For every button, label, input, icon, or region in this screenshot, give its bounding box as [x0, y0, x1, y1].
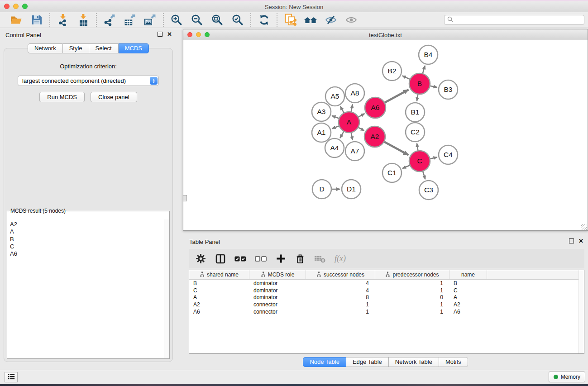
- result-item[interactable]: A: [10, 228, 169, 235]
- node-A7[interactable]: A7: [345, 142, 364, 161]
- node-B2[interactable]: B2: [382, 62, 402, 81]
- table-row[interactable]: A2connector11A2: [189, 301, 584, 308]
- search-input[interactable]: [455, 16, 581, 24]
- node-B3[interactable]: B3: [439, 80, 458, 99]
- first-neighbors-icon[interactable]: [304, 13, 317, 27]
- settings-gear-icon[interactable]: [195, 253, 206, 265]
- result-scrollbar[interactable]: [164, 219, 169, 358]
- table-cell[interactable]: 4: [306, 280, 375, 286]
- column-header-shared-name[interactable]: shared name: [189, 270, 249, 279]
- criterion-dropdown[interactable]: largest connected component (directed) ▲…: [18, 76, 159, 86]
- table-cell[interactable]: 1: [306, 309, 375, 315]
- mcds-result-list[interactable]: A2ABCA6: [8, 219, 169, 358]
- tab-node-table[interactable]: Node Table: [303, 357, 346, 367]
- export-image-icon[interactable]: [143, 13, 157, 27]
- network-graph[interactable]: AA1A2A3A4A5A6A7A8BB1B2B3B4CC1C2C3C4DD1: [183, 40, 588, 230]
- table-cell[interactable]: A: [189, 294, 249, 300]
- node-A1[interactable]: A1: [312, 123, 331, 142]
- network-window-titlebar[interactable]: testGlobe.txt: [183, 29, 588, 40]
- table-row[interactable]: Bdominator41B: [189, 280, 584, 287]
- import-network-icon[interactable]: [56, 13, 70, 27]
- select-all-icon[interactable]: [234, 253, 246, 265]
- tab-style[interactable]: Style: [63, 43, 89, 53]
- tab-network[interactable]: Network: [28, 43, 63, 53]
- zoom-selected-icon[interactable]: [231, 13, 244, 27]
- table-cell[interactable]: A6: [189, 309, 249, 315]
- tab-select[interactable]: Select: [89, 43, 119, 53]
- table-row[interactable]: Adominator80A: [189, 294, 584, 301]
- node-A5[interactable]: A5: [325, 87, 344, 106]
- node-A[interactable]: A: [339, 112, 359, 133]
- node-C2[interactable]: C2: [406, 123, 425, 142]
- zoom-fit-icon[interactable]: [210, 13, 224, 27]
- table-cell[interactable]: dominator: [249, 287, 306, 294]
- result-item[interactable]: C: [10, 243, 169, 250]
- search-box[interactable]: [444, 15, 584, 25]
- network-graph-canvas[interactable]: AA1A2A3A4A5A6A7A8BB1B2B3B4CC1C2C3C4DD1: [183, 40, 588, 230]
- table-cell[interactable]: C: [449, 287, 487, 294]
- run-mcds-button[interactable]: Run MCDS: [39, 92, 85, 102]
- column-header-successor-nodes[interactable]: successor nodes: [306, 270, 375, 279]
- table-scrollbar[interactable]: [578, 270, 584, 353]
- delete-row-icon[interactable]: [295, 253, 306, 265]
- close-panel-button[interactable]: Close panel: [91, 92, 137, 102]
- table-cell[interactable]: 1: [375, 287, 449, 294]
- result-item[interactable]: A6: [10, 250, 169, 257]
- main-titlebar[interactable]: Session: New Session: [0, 0, 588, 12]
- table-cell[interactable]: B: [189, 280, 249, 286]
- tab-edge-table[interactable]: Edge Table: [346, 357, 389, 367]
- task-history-button[interactable]: [5, 372, 18, 382]
- column-header-name[interactable]: name: [449, 270, 487, 279]
- table-cell[interactable]: 0: [375, 294, 449, 300]
- node-B4[interactable]: B4: [419, 45, 438, 64]
- table-cell[interactable]: B: [449, 280, 487, 286]
- table-cell[interactable]: 4: [306, 287, 375, 294]
- node-A6[interactable]: A6: [365, 97, 386, 118]
- node-D1[interactable]: D1: [342, 180, 361, 199]
- node-B1[interactable]: B1: [406, 103, 425, 122]
- export-network-icon[interactable]: [103, 13, 116, 27]
- result-item[interactable]: B: [10, 236, 169, 243]
- table-cell[interactable]: connector: [249, 301, 306, 308]
- export-table-icon[interactable]: [123, 13, 137, 27]
- column-header-mcds-role[interactable]: MCDS role: [249, 270, 306, 279]
- float-icon[interactable]: [158, 32, 163, 37]
- close-icon[interactable]: ✕: [578, 238, 583, 243]
- table-cell[interactable]: A2: [189, 301, 249, 308]
- close-icon[interactable]: ✕: [167, 32, 172, 37]
- table-cell[interactable]: A2: [449, 301, 487, 308]
- node-C[interactable]: C: [409, 151, 430, 172]
- tab-network-table[interactable]: Network Table: [389, 357, 439, 367]
- node-A8[interactable]: A8: [345, 84, 364, 103]
- table-cell[interactable]: A: [449, 294, 487, 300]
- tab-mcds[interactable]: MCDS: [119, 43, 149, 53]
- zoom-out-icon[interactable]: [190, 13, 204, 27]
- zoom-in-icon[interactable]: [170, 13, 183, 27]
- result-item[interactable]: A2: [10, 221, 169, 228]
- table-cell[interactable]: 1: [306, 301, 375, 308]
- table-cell[interactable]: 1: [375, 309, 449, 315]
- node-B[interactable]: B: [409, 73, 430, 94]
- show-all-icon[interactable]: [344, 13, 358, 27]
- memory-button[interactable]: Memory: [549, 372, 585, 382]
- table-cell[interactable]: 1: [375, 301, 449, 308]
- hide-selected-icon[interactable]: [324, 13, 338, 27]
- open-session-icon[interactable]: [10, 13, 23, 27]
- column-layout-icon[interactable]: [215, 253, 226, 265]
- resize-notch-left[interactable]: [183, 195, 187, 201]
- table-cell[interactable]: dominator: [249, 280, 306, 286]
- node-A3[interactable]: A3: [312, 102, 331, 121]
- node-C1[interactable]: C1: [382, 163, 402, 182]
- node-A4[interactable]: A4: [325, 138, 344, 157]
- node-D[interactable]: D: [312, 180, 331, 199]
- resize-grip-icon[interactable]: [581, 224, 587, 230]
- table-cell[interactable]: 8: [306, 294, 375, 300]
- save-session-icon[interactable]: [30, 13, 43, 27]
- table-cell[interactable]: dominator: [249, 294, 306, 300]
- node-C3[interactable]: C3: [419, 181, 438, 200]
- node-C4[interactable]: C4: [439, 145, 458, 164]
- node-A2[interactable]: A2: [364, 126, 385, 147]
- table-cell[interactable]: 1: [375, 280, 449, 286]
- table-cell[interactable]: C: [189, 287, 249, 294]
- table-row[interactable]: A6connector11A6: [189, 308, 584, 315]
